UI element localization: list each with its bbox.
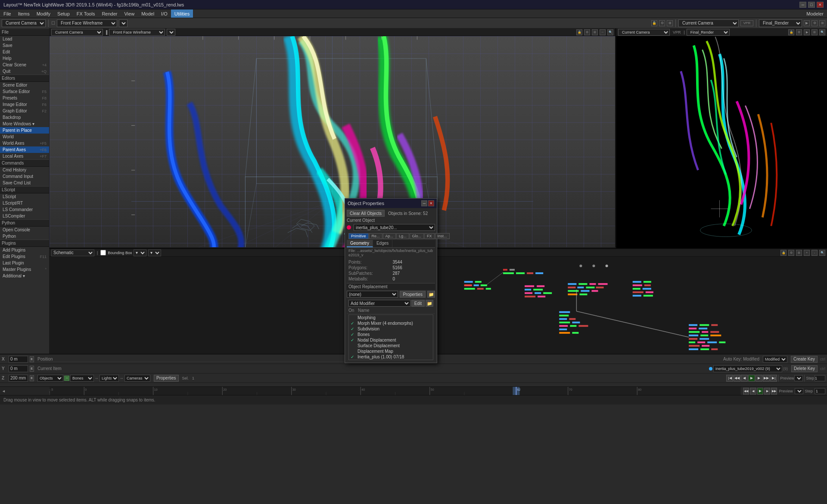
view-mode-select[interactable]: Front Face Wireframe: [57, 19, 117, 27]
maximize-button[interactable]: □: [808, 2, 815, 8]
clear-all-objects-button[interactable]: Clear All Objects: [347, 210, 385, 217]
create-key-btn[interactable]: Create Key: [791, 356, 818, 363]
render-preset-select[interactable]: Final_Render: [759, 19, 802, 27]
modifier-bones[interactable]: ✓ Bones: [349, 332, 433, 337]
viewport-mode-sub[interactable]: ▾: [167, 29, 175, 36]
vpr-icon[interactable]: VPR: [740, 20, 753, 26]
current-item-select[interactable]: inertia_plus_tube2019_v002 (9): [713, 365, 782, 372]
sidebar-python[interactable]: Python: [0, 233, 49, 240]
sidebar-clear-scene[interactable]: Clear Scene +4: [0, 62, 49, 68]
tab-inst[interactable]: Inst...: [435, 233, 450, 239]
vp-expand-icon[interactable]: ↔: [600, 29, 606, 35]
preview-select[interactable]: ▾: [794, 375, 803, 381]
sidebar-image-editor[interactable]: Image EditorF6: [0, 101, 49, 108]
sidebar-presets[interactable]: PresetsF8: [0, 95, 49, 101]
lock-icon[interactable]: 🔒: [651, 20, 657, 26]
edit-modifier-btn[interactable]: Edit: [411, 300, 425, 307]
menu-file[interactable]: File: [0, 9, 15, 18]
main-viewport[interactable]: Current Camera ▐ Front Face Wireframe ▾ …: [50, 28, 616, 248]
menu-io[interactable]: I/O: [158, 9, 171, 18]
scene-canvas[interactable]: [50, 36, 615, 248]
menu-model[interactable]: Model: [138, 9, 158, 18]
objects-select[interactable]: Objects: [37, 375, 63, 382]
properties-icon-btn[interactable]: 📁: [427, 291, 435, 298]
schema-minus-icon[interactable]: -: [811, 250, 818, 256]
window-controls[interactable]: ─ □ ✕: [799, 2, 824, 8]
cameras-select[interactable]: Cameras: [124, 375, 150, 382]
step-fwd-btn[interactable]: ▶: [755, 375, 762, 382]
objects-toggle[interactable]: ↔: [64, 376, 69, 381]
render-vp-icon4[interactable]: ⊞: [811, 29, 818, 35]
sidebar-local-axes[interactable]: Local Axes +F7: [0, 153, 49, 159]
schematic-sub-select[interactable]: ▾: [134, 249, 146, 256]
z-value-input[interactable]: [9, 375, 28, 382]
schema-grid-icon[interactable]: ⊞: [796, 250, 802, 256]
properties-button[interactable]: Properties: [400, 291, 426, 298]
x-value-input[interactable]: [9, 356, 28, 363]
modifier-icon-btn[interactable]: 📁: [426, 300, 433, 307]
prev-frame-btn[interactable]: ◀◀: [734, 375, 740, 382]
sidebar-scene-editor[interactable]: Scene Editor: [0, 82, 49, 88]
sidebar-last-plugin[interactable]: Last Plugin: [0, 260, 49, 266]
step-back-btn[interactable]: ◀: [741, 375, 748, 382]
tl-prev-btn[interactable]: ◀◀: [743, 388, 749, 395]
sidebar-parent-axes[interactable]: Parent Axes +F6: [0, 146, 49, 153]
sidebar-backdrop[interactable]: Backdrop: [0, 114, 49, 121]
x-e-btn[interactable]: E: [30, 356, 34, 362]
sidebar-edit[interactable]: Edit: [0, 49, 49, 55]
y-e-btn[interactable]: E: [30, 366, 34, 372]
menu-fxtools[interactable]: FX Tools: [73, 9, 99, 18]
sidebar-lscript-rt[interactable]: LScript/RT: [0, 200, 49, 206]
sidebar-command-input[interactable]: Command Input: [0, 173, 49, 180]
sidebar-help[interactable]: Help: [0, 55, 49, 62]
schema-plus-icon[interactable]: +: [804, 250, 810, 256]
viewport-camera-select[interactable]: Current Camera: [51, 29, 103, 36]
view-sub-select[interactable]: ▾: [119, 19, 127, 27]
expand-icon[interactable]: ⊞: [667, 20, 673, 26]
sidebar-add-plugins[interactable]: Add Plugins: [0, 247, 49, 253]
replacement-select[interactable]: (none): [347, 291, 398, 298]
modifier-morphing[interactable]: Morphing: [349, 315, 433, 320]
modeler-button[interactable]: Modeler: [803, 9, 827, 18]
delete-key-btn[interactable]: Delete Key: [791, 365, 818, 372]
sidebar-save-cmd-list[interactable]: Save Cmd List: [0, 180, 49, 186]
vp-lock-icon[interactable]: 🔒: [576, 29, 582, 35]
modifier-subdivision[interactable]: ✓ Subdivision: [349, 326, 433, 332]
sidebar-additional[interactable]: Additional ▾: [0, 273, 49, 279]
tab-primitive[interactable]: Primitive: [348, 233, 369, 239]
render-canvas[interactable]: [616, 36, 827, 248]
sidebar-surface-editor[interactable]: Surface EditorF5: [0, 88, 49, 95]
bounding-box-check[interactable]: [100, 250, 106, 255]
tab-edges[interactable]: Edges: [373, 240, 392, 247]
camera-select-left[interactable]: Current Camera: [2, 19, 46, 27]
sidebar-parent-in-place[interactable]: Parent in Place: [0, 127, 49, 134]
tab-ap[interactable]: Ap...: [383, 233, 396, 239]
play-to-start-btn[interactable]: |◀: [726, 375, 733, 382]
play-to-end-btn[interactable]: ▶|: [770, 375, 777, 382]
schematic-canvas[interactable]: [50, 257, 827, 354]
sidebar-world-axes[interactable]: World Axes +F5: [0, 140, 49, 146]
tl-step-back[interactable]: ◀: [750, 388, 756, 395]
schematic-panel[interactable]: Schematic | Bounding Box ▾ ▾ 🔒 ⚙ ⊞ +: [50, 249, 827, 354]
menu-utilities[interactable]: Utilities: [171, 9, 193, 18]
timeline-ruler[interactable]: -5 0 10 20 30 40 50 62 70: [50, 387, 741, 395]
sidebar-load[interactable]: Load: [0, 36, 49, 42]
tl-preview-select[interactable]: ▾: [795, 388, 803, 394]
render-icon[interactable]: ▶: [804, 20, 810, 26]
vp-grid-icon[interactable]: ⊞: [592, 29, 598, 35]
tab-geometry[interactable]: Geometry: [347, 240, 373, 247]
render-vp-icon1[interactable]: 🔒: [788, 29, 794, 35]
render-expand-icon[interactable]: ⊞: [819, 20, 825, 26]
sidebar-save[interactable]: Save: [0, 42, 49, 49]
tab-re[interactable]: Re...: [369, 233, 382, 239]
render-viewport[interactable]: Current Camera VPR | Final_Render 🔒 ⚙ ▶ …: [616, 28, 827, 248]
tl-play[interactable]: ▶: [757, 388, 763, 395]
dialog-titlebar[interactable]: Object Properties ─ ✕: [345, 199, 437, 208]
sidebar-ls-commander[interactable]: LS Commander: [0, 206, 49, 213]
vp-gear-icon[interactable]: ⚙: [584, 29, 590, 35]
schema-lock-icon[interactable]: 🔒: [780, 250, 787, 256]
sidebar-lscript[interactable]: LScript: [0, 193, 49, 200]
camera-select-right[interactable]: Current Camera: [678, 19, 739, 27]
play-btn[interactable]: ▶: [748, 375, 755, 382]
modifier-inertia-plus[interactable]: ✓ Inertia_plus (1.00) 07/18: [349, 354, 433, 360]
